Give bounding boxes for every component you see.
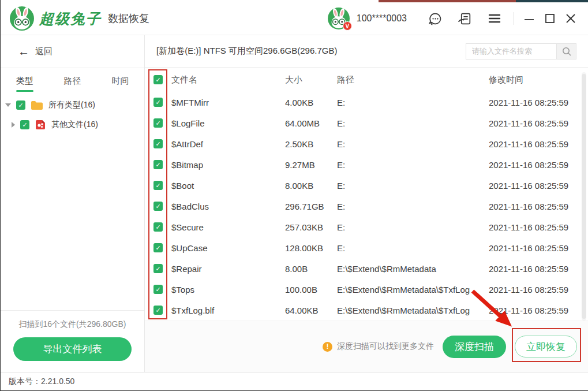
- row-checkbox[interactable]: ✓: [153, 181, 163, 190]
- file-name: $Bitmap: [171, 160, 285, 170]
- caret-down-icon[interactable]: [5, 103, 11, 107]
- tab-time[interactable]: 时间: [96, 68, 144, 94]
- table-row[interactable]: ✓$BadClus296.71GBE:2021-11-16 08:25:59: [145, 196, 588, 217]
- table-row[interactable]: ✓$Tops100.00BE:\$Extend\$RmMetadata\$Txf…: [145, 279, 588, 300]
- version-text: 版本号：2.21.0.50: [9, 377, 74, 387]
- file-path: E:\$Extend\$RmMetadata\$TxfLog: [337, 306, 489, 315]
- file-path: E:\$Extend\$RmMetadata: [337, 264, 489, 274]
- export-file-list-button[interactable]: 导出文件列表: [13, 337, 132, 361]
- column-header-size[interactable]: 大小: [285, 75, 337, 85]
- account-id[interactable]: 100****0003: [357, 13, 407, 24]
- scrollbar-thumb[interactable]: [582, 74, 586, 319]
- file-path: E:: [337, 181, 489, 191]
- tree-item-label: 其他文件(16): [51, 120, 98, 130]
- file-size: 296.71GB: [285, 202, 337, 211]
- row-checkbox[interactable]: ✓: [153, 202, 163, 211]
- table-row[interactable]: ✓$Boot8.00KBE:2021-11-16 08:25:59: [145, 175, 588, 196]
- residue-dark-segment: [516, 0, 588, 2]
- file-path: E:: [337, 222, 489, 232]
- back-button[interactable]: ← 返回: [1, 35, 144, 68]
- file-path: E:: [337, 243, 489, 253]
- table-row[interactable]: ✓$Secure257.03KBE:2021-11-16 08:25:59: [145, 217, 588, 237]
- tree-checkbox[interactable]: ✓: [20, 120, 29, 129]
- file-name: $MFTMirr: [171, 98, 285, 107]
- file-name: $TxfLog.blf: [171, 306, 285, 315]
- file-path: E:: [337, 139, 489, 149]
- file-size: 64.00MB: [285, 118, 337, 128]
- table-row[interactable]: ✓$UpCase128.00KBE:2021-11-16 08:25:59: [145, 237, 588, 258]
- tree-checkbox[interactable]: ✓: [16, 100, 25, 110]
- tab-path[interactable]: 路径: [48, 68, 96, 94]
- file-mtime: 2021-11-16 08:25:59: [489, 160, 588, 170]
- file-name: $Secure: [171, 222, 285, 232]
- row-checkbox[interactable]: ✓: [153, 98, 163, 107]
- caret-right-icon[interactable]: [12, 122, 15, 128]
- brand-name: 超级兔子: [39, 9, 102, 28]
- file-mtime: 2021-11-16 08:25:59: [489, 98, 588, 107]
- feedback-icon[interactable]: [457, 11, 473, 27]
- file-path: E:: [337, 160, 489, 170]
- table-row[interactable]: ✓$AttrDef2.50KBE:2021-11-16 08:25:59: [145, 133, 588, 154]
- search-icon: [561, 46, 572, 57]
- file-name: $BadClus: [171, 202, 285, 211]
- hint-text: 深度扫描可以找到更多文件: [337, 341, 434, 352]
- scan-summary: 扫描到16个文件(共296.80GB): [1, 319, 144, 330]
- table-row[interactable]: ✓$Bitmap9.27MBE:2021-11-16 08:25:59: [145, 154, 588, 175]
- minimize-button[interactable]: [520, 10, 538, 27]
- brand-product: 数据恢复: [108, 12, 149, 25]
- file-mtime: 2021-11-16 08:25:59: [489, 139, 588, 149]
- row-checkbox[interactable]: ✓: [153, 243, 163, 252]
- row-checkbox[interactable]: ✓: [153, 264, 163, 273]
- file-mtime: 2021-11-16 08:25:59: [489, 306, 588, 315]
- titlebar-separator: [514, 12, 514, 25]
- file-size: 4.00KB: [285, 98, 337, 107]
- maximize-button[interactable]: [541, 10, 559, 27]
- tree-item-all-types[interactable]: ✓ 所有类型(16): [1, 95, 144, 115]
- close-button[interactable]: [562, 10, 579, 27]
- user-avatar[interactable]: V: [328, 8, 350, 29]
- file-size: 2.50KB: [285, 139, 337, 149]
- column-header-mtime[interactable]: 修改时间: [489, 75, 588, 85]
- recover-now-button[interactable]: 立即恢复: [515, 336, 577, 358]
- table-row[interactable]: ✓$LogFile64.00MBE:2021-11-16 08:25:59: [145, 113, 588, 133]
- folder-icon: [31, 100, 43, 110]
- row-checkbox[interactable]: ✓: [153, 118, 163, 128]
- app-window: 超级兔子 数据恢复 V 100**: [0, 0, 588, 391]
- vip-badge: V: [343, 21, 352, 31]
- row-checkbox[interactable]: ✓: [153, 222, 163, 232]
- main-header: [新加卷(E:)] NTFS 可用空间296.6GB(296.7GB): [145, 35, 588, 68]
- search-input[interactable]: [466, 44, 556, 59]
- content: ← 返回 类型 路径 时间 ✓ 所有类型(16) ✓: [1, 35, 588, 372]
- warning-icon: !: [323, 342, 332, 352]
- volume-info: [新加卷(E:)] NTFS 可用空间296.6GB(296.7GB): [156, 46, 337, 57]
- select-all-checkbox[interactable]: ✓: [153, 75, 163, 84]
- row-checkbox[interactable]: ✓: [153, 306, 163, 315]
- row-checkbox[interactable]: ✓: [153, 285, 163, 294]
- file-mtime: 2021-11-16 08:25:59: [489, 285, 588, 295]
- table-scrollbar[interactable]: [582, 72, 586, 321]
- file-mtime: 2021-11-16 08:25:59: [489, 202, 588, 211]
- titlebar-right: V 100****0003: [328, 8, 581, 29]
- deep-scan-button[interactable]: 深度扫描: [443, 336, 506, 358]
- table-header: ✓ 文件名 大小 路径 修改时间: [145, 68, 588, 92]
- tab-type[interactable]: 类型: [1, 68, 48, 94]
- column-header-filename[interactable]: 文件名: [171, 75, 285, 85]
- file-size: 8.00B: [285, 264, 337, 274]
- menu-icon[interactable]: [486, 11, 502, 27]
- file-name: $Repair: [171, 264, 285, 274]
- tree-item-other-files[interactable]: ✓ 其他文件(16): [1, 115, 144, 135]
- file-mtime: 2021-11-16 08:25:59: [489, 243, 588, 253]
- column-header-path[interactable]: 路径: [337, 75, 489, 85]
- file-name: $Tops: [171, 285, 285, 295]
- table-row[interactable]: ✓$TxfLog.blf64.00KBE:\$Extend\$RmMetadat…: [145, 300, 588, 321]
- file-name: $AttrDef: [171, 139, 285, 149]
- residue-red-segment: [379, 0, 516, 2]
- file-mtime: 2021-11-16 08:25:59: [489, 264, 588, 274]
- row-checkbox[interactable]: ✓: [153, 160, 163, 169]
- table-row[interactable]: ✓$Repair8.00BE:\$Extend\$RmMetadata2021-…: [145, 258, 588, 279]
- titlebar: 超级兔子 数据恢复 V 100**: [1, 2, 588, 35]
- row-checkbox[interactable]: ✓: [153, 139, 163, 148]
- table-row[interactable]: ✓$MFTMirr4.00KBE:2021-11-16 08:25:59: [145, 92, 588, 113]
- search-button[interactable]: [556, 44, 576, 59]
- customer-service-icon[interactable]: [428, 11, 443, 27]
